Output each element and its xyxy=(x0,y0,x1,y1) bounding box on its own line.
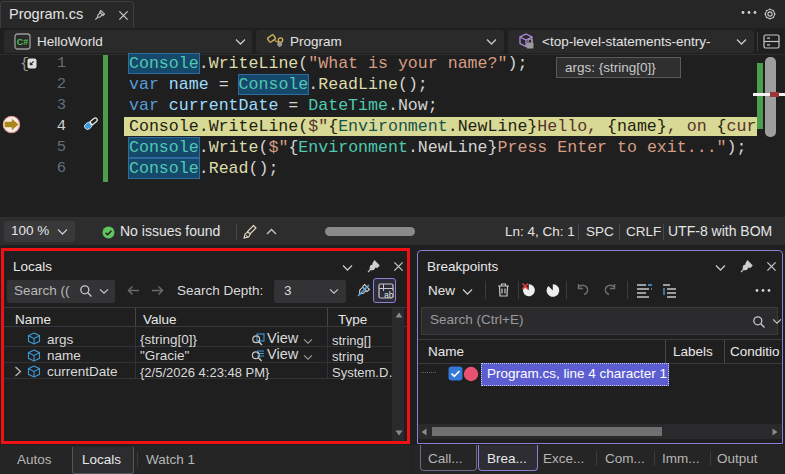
svg-text:ab: ab xyxy=(384,290,394,300)
svg-text:C#: C# xyxy=(17,37,29,47)
